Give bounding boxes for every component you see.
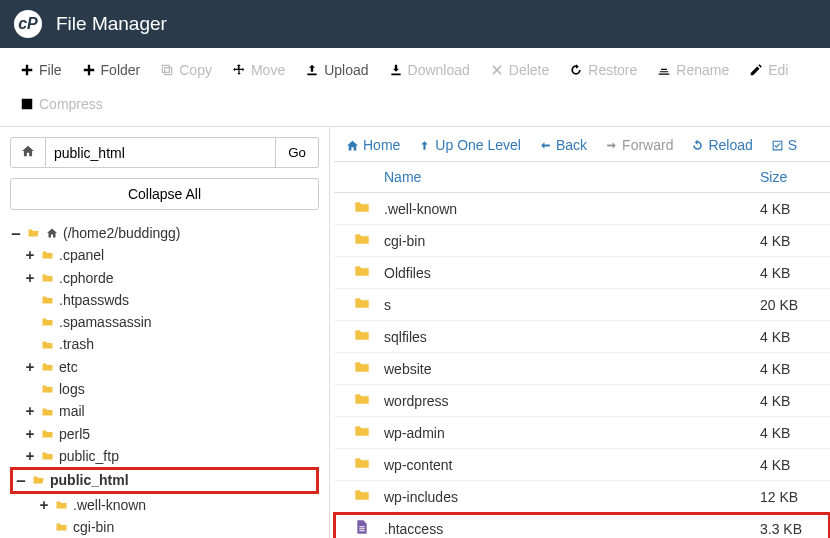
tree-label: logs: [59, 379, 85, 399]
file-table: Name Size .well-known4 KBcgi-bin4 KBOldf…: [334, 161, 830, 538]
tree-toggle[interactable]: +: [38, 495, 50, 515]
tree-item[interactable]: .trash: [10, 333, 319, 355]
folder-icon: [352, 455, 372, 471]
tree-item[interactable]: +perl5: [10, 423, 319, 445]
tree-label: .spamassassin: [59, 312, 152, 332]
path-input[interactable]: [46, 137, 276, 168]
tree-item[interactable]: +etc: [10, 356, 319, 378]
table-row[interactable]: cgi-bin4 KB: [334, 225, 830, 257]
collapse-all-button[interactable]: Collapse All: [10, 178, 319, 210]
tree-toggle[interactable]: +: [24, 424, 36, 444]
arrow-right-icon: [605, 139, 618, 152]
file-name: wp-content: [384, 457, 760, 473]
tree-item[interactable]: logs: [10, 378, 319, 400]
table-row[interactable]: .htaccess3.3 KB: [334, 513, 830, 538]
tree-toggle[interactable]: +: [24, 446, 36, 466]
tree-label: mail: [59, 401, 85, 421]
table-row[interactable]: s20 KB: [334, 289, 830, 321]
upload-button[interactable]: Upload: [295, 56, 378, 84]
rename-button[interactable]: Rename: [647, 56, 739, 84]
tree-toggle[interactable]: +: [24, 357, 36, 377]
file-size: 12 KB: [760, 489, 830, 505]
file-name: Oldfiles: [384, 265, 760, 281]
tree-item[interactable]: +.cphorde: [10, 267, 319, 289]
table-row[interactable]: sqlfiles4 KB: [334, 321, 830, 353]
folder-icon: [54, 499, 69, 511]
plus-icon: [20, 63, 34, 77]
col-size-header[interactable]: Size: [760, 169, 830, 185]
tree-item[interactable]: +public_ftp: [10, 445, 319, 467]
folder-icon: [352, 487, 372, 503]
app-title: File Manager: [56, 13, 167, 35]
folder-icon: [40, 428, 55, 440]
nav-select-all[interactable]: S: [771, 137, 797, 153]
folder-button[interactable]: Folder: [72, 56, 151, 84]
table-row[interactable]: website4 KB: [334, 353, 830, 385]
tree-item[interactable]: –public_html: [10, 467, 319, 493]
table-row[interactable]: wp-admin4 KB: [334, 417, 830, 449]
go-button[interactable]: Go: [276, 137, 319, 168]
table-row[interactable]: wp-includes12 KB: [334, 481, 830, 513]
table-row[interactable]: Oldfiles4 KB: [334, 257, 830, 289]
home-icon: [21, 144, 35, 158]
home-button[interactable]: [10, 137, 46, 168]
tree-item[interactable]: +mail: [10, 400, 319, 422]
restore-button[interactable]: Restore: [559, 56, 647, 84]
tree-label: etc: [59, 357, 78, 377]
tree-toggle[interactable]: +: [24, 401, 36, 421]
tree-toggle[interactable]: [24, 379, 36, 399]
tree-toggle[interactable]: [24, 334, 36, 354]
nav-up[interactable]: Up One Level: [418, 137, 521, 153]
col-name-header[interactable]: Name: [334, 169, 760, 185]
upload-icon: [305, 63, 319, 77]
tree-label: perl5: [59, 424, 90, 444]
file-size: 4 KB: [760, 361, 830, 377]
folder-tree: –(/home2/buddingg)+.cpanel+.cphorde .htp…: [10, 222, 319, 538]
edit-button[interactable]: Edi: [739, 56, 798, 84]
cpanel-logo: cP: [14, 10, 42, 38]
tree-toggle[interactable]: [24, 312, 36, 332]
folder-icon: [40, 316, 55, 328]
move-button[interactable]: Move: [222, 56, 295, 84]
table-row[interactable]: .well-known4 KB: [334, 193, 830, 225]
compress-button[interactable]: Compress: [10, 90, 820, 118]
tree-toggle[interactable]: +: [24, 268, 36, 288]
file-size: 20 KB: [760, 297, 830, 313]
tree-label: .cphorde: [59, 268, 113, 288]
folder-icon: [352, 295, 372, 311]
arrow-up-icon: [418, 139, 431, 152]
tree-item[interactable]: .htpasswds: [10, 289, 319, 311]
file-button[interactable]: File: [10, 56, 72, 84]
table-row[interactable]: wp-content4 KB: [334, 449, 830, 481]
file-size: 4 KB: [760, 265, 830, 281]
folder-icon: [40, 383, 55, 395]
tree-label: public_ftp: [59, 446, 119, 466]
table-row[interactable]: wordpress4 KB: [334, 385, 830, 417]
tree-toggle[interactable]: –: [15, 470, 27, 490]
copy-button[interactable]: Copy: [150, 56, 222, 84]
tree-item[interactable]: +.well-known: [10, 494, 319, 516]
folder-icon: [352, 423, 372, 439]
file-name: wp-admin: [384, 425, 760, 441]
folder-icon: [40, 294, 55, 306]
nav-back[interactable]: Back: [539, 137, 587, 153]
nav-home[interactable]: Home: [346, 137, 400, 153]
tree-item[interactable]: .spamassassin: [10, 311, 319, 333]
delete-icon: [490, 63, 504, 77]
tree-toggle[interactable]: –: [10, 223, 22, 243]
tree-item[interactable]: +.cpanel: [10, 244, 319, 266]
tree-item[interactable]: cgi-bin: [10, 516, 319, 538]
file-size: 4 KB: [760, 329, 830, 345]
tree-toggle[interactable]: [24, 290, 36, 310]
file-size: 4 KB: [760, 201, 830, 217]
nav-reload[interactable]: Reload: [691, 137, 752, 153]
file-size: 4 KB: [760, 233, 830, 249]
tree-toggle[interactable]: +: [24, 245, 36, 265]
tree-toggle[interactable]: [38, 517, 50, 537]
delete-button[interactable]: Delete: [480, 56, 559, 84]
download-button[interactable]: Download: [379, 56, 480, 84]
tree-item[interactable]: –(/home2/buddingg): [10, 222, 319, 244]
nav-forward[interactable]: Forward: [605, 137, 673, 153]
sidebar: Go Collapse All –(/home2/buddingg)+.cpan…: [0, 127, 330, 538]
file-size: 3.3 KB: [760, 521, 830, 537]
